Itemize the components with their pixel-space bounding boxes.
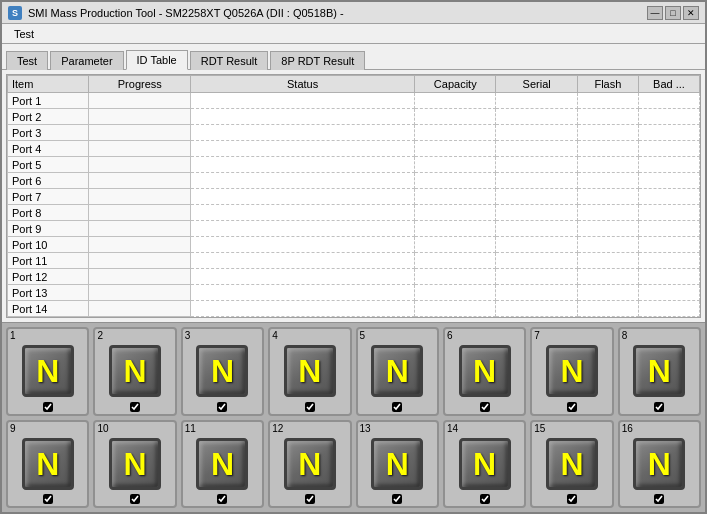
tab-id-table[interactable]: ID Table	[126, 50, 188, 70]
cell-bad	[638, 301, 699, 317]
port-tile-8: 8 N	[618, 327, 701, 416]
tab-parameter[interactable]: Parameter	[50, 51, 123, 70]
port-n-label-5: N	[386, 355, 409, 387]
port-checkbox-2[interactable]	[130, 402, 140, 412]
cell-flash	[577, 221, 638, 237]
port-number-label: 3	[185, 331, 191, 341]
port-tile-3: 3 N	[181, 327, 264, 416]
minimize-button[interactable]: —	[647, 6, 663, 20]
cell-flash	[577, 301, 638, 317]
cell-capacity	[415, 317, 496, 318]
cell-progress	[89, 205, 191, 221]
tab-8p-rdt-result[interactable]: 8P RDT Result	[270, 51, 365, 70]
maximize-button[interactable]: □	[665, 6, 681, 20]
port-checkbox-4[interactable]	[305, 402, 315, 412]
cell-bad	[638, 205, 699, 221]
cell-status	[191, 317, 415, 318]
port-n-button-3[interactable]: N	[196, 345, 248, 397]
cell-item: Port 1	[8, 93, 89, 109]
cell-status	[191, 221, 415, 237]
cell-bad	[638, 221, 699, 237]
cell-status	[191, 205, 415, 221]
port-checkbox-7[interactable]	[567, 402, 577, 412]
col-header-bad: Bad ...	[638, 76, 699, 93]
port-n-label-13: N	[386, 448, 409, 480]
cell-serial	[496, 221, 577, 237]
port-n-label-9: N	[36, 448, 59, 480]
table-row: Port 1	[8, 93, 700, 109]
port-n-button-2[interactable]: N	[109, 345, 161, 397]
port-tile-10: 10 N	[93, 420, 176, 509]
port-n-button-1[interactable]: N	[22, 345, 74, 397]
port-checkbox-3[interactable]	[217, 402, 227, 412]
port-n-button-8[interactable]: N	[633, 345, 685, 397]
cell-status	[191, 269, 415, 285]
cell-capacity	[415, 141, 496, 157]
port-n-button-10[interactable]: N	[109, 438, 161, 490]
cell-bad	[638, 125, 699, 141]
port-n-button-13[interactable]: N	[371, 438, 423, 490]
table-row: Port 14	[8, 301, 700, 317]
table-row: Port 9	[8, 221, 700, 237]
port-n-button-6[interactable]: N	[459, 345, 511, 397]
port-n-button-9[interactable]: N	[22, 438, 74, 490]
port-n-button-12[interactable]: N	[284, 438, 336, 490]
cell-status	[191, 141, 415, 157]
cell-serial	[496, 237, 577, 253]
port-number-label: 4	[272, 331, 278, 341]
cell-progress	[89, 93, 191, 109]
port-checkbox-5[interactable]	[392, 402, 402, 412]
cell-bad	[638, 141, 699, 157]
port-checkbox-8[interactable]	[654, 402, 664, 412]
cell-flash	[577, 173, 638, 189]
cell-item: Port 15	[8, 317, 89, 318]
cell-flash	[577, 141, 638, 157]
port-tile-14: 14 N	[443, 420, 526, 509]
cell-capacity	[415, 221, 496, 237]
cell-status	[191, 109, 415, 125]
cell-flash	[577, 109, 638, 125]
port-n-button-16[interactable]: N	[633, 438, 685, 490]
cell-item: Port 2	[8, 109, 89, 125]
port-checkbox-14[interactable]	[480, 494, 490, 504]
cell-progress	[89, 109, 191, 125]
port-n-button-15[interactable]: N	[546, 438, 598, 490]
port-n-button-5[interactable]: N	[371, 345, 423, 397]
menu-item-test[interactable]: Test	[6, 26, 42, 42]
port-n-label-2: N	[124, 355, 147, 387]
port-n-button-4[interactable]: N	[284, 345, 336, 397]
cell-flash	[577, 253, 638, 269]
port-checkbox-12[interactable]	[305, 494, 315, 504]
table-container[interactable]: Item Progress Status Capacity Serial Fla…	[7, 75, 700, 317]
cell-status	[191, 285, 415, 301]
port-checkbox-6[interactable]	[480, 402, 490, 412]
cell-item: Port 3	[8, 125, 89, 141]
port-n-button-7[interactable]: N	[546, 345, 598, 397]
cell-serial	[496, 125, 577, 141]
cell-bad	[638, 109, 699, 125]
port-n-label-10: N	[124, 448, 147, 480]
cell-serial	[496, 189, 577, 205]
port-checkbox-11[interactable]	[217, 494, 227, 504]
table-row: Port 3	[8, 125, 700, 141]
cell-item: Port 4	[8, 141, 89, 157]
port-checkbox-16[interactable]	[654, 494, 664, 504]
col-header-capacity: Capacity	[415, 76, 496, 93]
tab-rdt-result[interactable]: RDT Result	[190, 51, 269, 70]
port-checkbox-15[interactable]	[567, 494, 577, 504]
close-button[interactable]: ✕	[683, 6, 699, 20]
cell-status	[191, 93, 415, 109]
port-checkbox-10[interactable]	[130, 494, 140, 504]
port-checkbox-13[interactable]	[392, 494, 402, 504]
tab-test[interactable]: Test	[6, 51, 48, 70]
port-tile-9: 9 N	[6, 420, 89, 509]
cell-flash	[577, 157, 638, 173]
cell-item: Port 7	[8, 189, 89, 205]
port-checkbox-1[interactable]	[43, 402, 53, 412]
cell-progress	[89, 317, 191, 318]
port-checkbox-9[interactable]	[43, 494, 53, 504]
port-n-button-14[interactable]: N	[459, 438, 511, 490]
port-n-button-11[interactable]: N	[196, 438, 248, 490]
port-tile-2: 2 N	[93, 327, 176, 416]
cell-serial	[496, 173, 577, 189]
